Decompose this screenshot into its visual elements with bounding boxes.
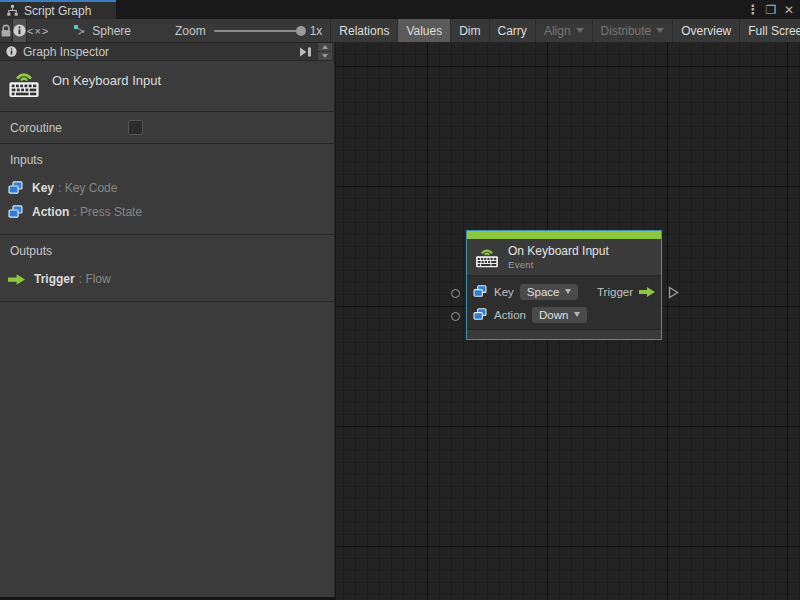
coroutine-checkbox[interactable] [128,120,143,135]
port-name: Action [32,205,69,219]
outputs-section: Outputs Trigger : Flow [0,235,334,301]
port-name: Key [32,181,54,195]
zoom-control: Zoom 1x [145,19,330,42]
node-header[interactable]: On Keyboard Input Event [467,239,661,276]
carry-button[interactable]: Carry [489,19,535,42]
value-port-icon [473,285,487,298]
info-icon [6,46,17,57]
coroutine-row: Coroutine [0,112,334,143]
close-icon[interactable]: ✕ [780,0,798,19]
lock-icon [0,24,12,38]
dropdown-value: Space [527,286,560,298]
inspector-titlebar: Graph Inspector [0,43,334,61]
coroutine-label: Coroutine [10,121,128,135]
chevron-down-icon [656,28,664,33]
toolbar-button-group: Relations Values Dim Carry Align Distrib… [330,19,800,42]
graph-canvas[interactable]: On Keyboard Input Event Key Space Trigge… [336,43,800,600]
tab-title: Script Graph [24,4,91,18]
input-row-key: Key : Key Code [0,176,334,200]
graph-inspector-panel: Graph Inspector On Keyboard Input Co [0,43,335,597]
node-titles: On Keyboard Input Event [508,244,609,270]
scroll-down-button[interactable] [318,52,332,60]
colon: : [79,272,82,286]
window-tab-bar: Script Graph ⋮ ❐ ✕ [0,0,800,19]
inspector-title: Graph Inspector [23,45,109,59]
tab-script-graph[interactable]: Script Graph [0,0,116,19]
value-port-icon [8,181,23,195]
zoom-slider-handle[interactable] [296,26,306,36]
values-button[interactable]: Values [397,19,450,42]
port-label: Action [494,309,526,321]
overview-button[interactable]: Overview [672,19,739,42]
output-port-trigger[interactable] [668,286,679,299]
zoom-slider[interactable] [214,30,302,32]
lock-button[interactable] [0,19,12,42]
input-port-action[interactable] [451,312,460,321]
fullscreen-button[interactable]: Full Screen [739,19,800,42]
port-type: Flow [85,272,110,286]
colon: : [58,181,61,195]
graph-toolbar: <×> Sphere Zoom 1x Relations Values Dim … [0,19,800,43]
value-port-icon [473,308,487,321]
key-dropdown[interactable]: Space [520,284,579,300]
unit-title: On Keyboard Input [52,73,161,88]
port-label: Key [494,286,514,298]
node-accent-bar [467,231,661,239]
graph-pointer-icon [73,24,86,37]
code-icon: <×> [27,25,49,37]
button-label: Distribute [601,24,652,38]
button-label: Full Screen [748,24,800,38]
keyboard-icon [8,70,40,98]
port-name: Trigger [34,272,75,286]
button-label: Dim [459,24,480,38]
button-label: Align [544,24,571,38]
keyboard-icon [475,247,499,268]
panel-scroll-spinner [318,43,332,60]
distribute-dropdown-button[interactable]: Distribute [592,19,673,42]
unit-header: On Keyboard Input [0,61,334,111]
node-footer [467,329,661,339]
align-dropdown-button[interactable]: Align [535,19,592,42]
script-graph-icon [6,4,19,17]
inputs-section: Inputs Key : Key Code Action : Press Sta… [0,144,334,234]
outputs-header: Outputs [0,244,334,258]
port-type: Key Code [65,181,118,195]
zoom-label: Zoom [175,24,206,38]
code-preview-button[interactable]: <×> [27,19,49,42]
inspector-toggle-button[interactable] [12,19,27,42]
node-row-action: Action Down [473,303,655,326]
action-dropdown[interactable]: Down [532,307,587,323]
button-label: Values [406,24,442,38]
input-port-key[interactable] [451,289,460,298]
port-type: Press State [80,205,142,219]
graph-target-label: Sphere [92,24,131,38]
chevron-down-icon [574,312,580,317]
output-row-trigger: Trigger : Flow [0,267,334,291]
dock-panel-button[interactable] [296,45,314,59]
node-body: Key Space Trigger Action Down [467,276,661,329]
dropdown-value: Down [539,309,568,321]
window-controls: ⋮ ❐ ✕ [744,0,798,19]
scroll-up-button[interactable] [318,43,332,51]
trigger-port-label: Trigger [597,286,633,298]
relations-button[interactable]: Relations [330,19,397,42]
button-label: Overview [681,24,731,38]
graph-target[interactable]: Sphere [49,19,145,42]
chevron-down-icon [565,289,571,294]
info-icon [13,24,26,37]
button-label: Carry [498,24,527,38]
input-row-action: Action : Press State [0,200,334,224]
dim-button[interactable]: Dim [450,19,488,42]
zoom-value: 1x [310,24,323,38]
maximize-icon[interactable]: ❐ [762,0,780,19]
divider [0,301,334,302]
chevron-up-icon [322,45,328,49]
chevron-down-icon [576,28,584,33]
node-row-key: Key Space Trigger [473,280,655,303]
button-label: Relations [339,24,389,38]
value-port-icon [8,205,23,219]
window-menu-icon[interactable]: ⋮ [744,0,762,19]
inputs-header: Inputs [0,153,334,167]
node-on-keyboard-input[interactable]: On Keyboard Input Event Key Space Trigge… [466,230,662,340]
node-subtitle: Event [508,259,609,270]
